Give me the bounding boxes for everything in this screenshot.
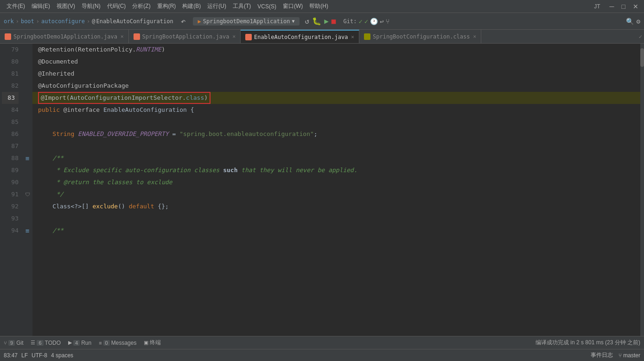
- tab-close-1[interactable]: ✕: [121, 33, 124, 39]
- status-indent[interactable]: 4 spaces: [51, 352, 73, 359]
- tab-springbootapplication[interactable]: SpringBootApplication.java ✕: [129, 30, 241, 43]
- gutter-92: [22, 200, 32, 213]
- menu-help[interactable]: 帮助(H): [306, 1, 331, 11]
- ln-94: 94: [2, 225, 19, 237]
- gutter-90: [22, 176, 32, 188]
- todo-icon: ☰: [31, 340, 35, 346]
- gutter-84: [22, 104, 32, 116]
- status-left: 83:47 LF UTF-8 4 spaces: [4, 352, 73, 359]
- breadcrumb-boot[interactable]: boot: [21, 18, 34, 25]
- git-check2-icon[interactable]: ✓: [364, 18, 368, 25]
- git-icon: ⑂: [4, 340, 7, 346]
- tab-close-3[interactable]: ✕: [351, 34, 354, 40]
- run-config[interactable]: ▶ SpringbootDemo1Application ▼: [193, 17, 299, 26]
- gutter-89: [22, 164, 32, 176]
- tool-todo[interactable]: ☰ 6 TODO: [31, 340, 61, 346]
- git-branch-icon[interactable]: ⑂: [386, 18, 389, 25]
- refresh-icon[interactable]: ↺: [305, 17, 310, 26]
- menu-run[interactable]: 运行(U): [204, 1, 229, 11]
- shield-91-icon: 🛡: [25, 192, 30, 198]
- git-undo-icon[interactable]: ↩: [380, 18, 383, 25]
- tabs: SpringbootDemo1Application.java ✕ Spring…: [0, 30, 644, 44]
- maximize-icon[interactable]: □: [620, 3, 627, 10]
- breadcrumb-autoconfigure[interactable]: autoconfigure: [41, 18, 85, 25]
- menu-code[interactable]: 代码(C): [104, 1, 129, 11]
- search-icon[interactable]: 🔍: [626, 18, 634, 25]
- back-icon[interactable]: ↶: [181, 16, 186, 26]
- minimize-icon[interactable]: ─: [608, 3, 616, 10]
- code-line-84: public @interface EnableAutoConfiguratio…: [32, 104, 644, 116]
- menu-window[interactable]: 窗口(W): [280, 1, 306, 11]
- status-position[interactable]: 83:47: [4, 352, 18, 359]
- breadcrumb-class[interactable]: EnableAutoConfiguration: [96, 18, 173, 25]
- menu-refactor[interactable]: 重构(R): [154, 1, 179, 11]
- tool-messages-label: Messages: [111, 340, 137, 346]
- code-80-text: @Documented: [38, 56, 78, 68]
- close-icon[interactable]: ✕: [631, 3, 640, 10]
- breadcrumb-ork[interactable]: ork: [4, 18, 14, 25]
- code-81-text: @Inherited: [38, 68, 74, 80]
- git-clock-icon[interactable]: 🕐: [370, 18, 378, 25]
- branch-value: master: [623, 352, 640, 359]
- run-config-name: SpringbootDemo1Application: [203, 18, 290, 25]
- coverage-icon[interactable]: ▶: [324, 17, 329, 26]
- menu-build[interactable]: 构建(B): [179, 1, 204, 11]
- tab-close-2[interactable]: ✕: [232, 33, 236, 39]
- scrollbar[interactable]: [640, 44, 644, 336]
- tool-todo-label: TODO: [45, 340, 61, 346]
- ln-91: 91: [2, 188, 19, 200]
- tab-label-3: EnableAutoConfiguration.java: [254, 34, 348, 40]
- settings-icon[interactable]: ⚙: [637, 18, 640, 25]
- toolbar-icons: ↺ 🐛 ▶ ■: [305, 17, 336, 26]
- toolbar: ork › boot › autoconfigure › @ EnableAut…: [0, 13, 644, 30]
- code-94-text: /**: [38, 225, 64, 237]
- code-line-91: */: [32, 188, 644, 200]
- status-event-log[interactable]: 事件日志: [591, 351, 613, 359]
- ln-82: 82: [2, 80, 19, 92]
- gutter-79: [22, 44, 32, 56]
- menu-view[interactable]: 视图(V): [54, 1, 78, 11]
- bug-icon[interactable]: 🐛: [312, 17, 321, 26]
- ln-89: 89: [2, 164, 19, 176]
- status-linesep[interactable]: LF: [21, 352, 28, 359]
- tool-messages-number: 0: [103, 340, 110, 346]
- gutter-88: ≡: [22, 152, 32, 164]
- code-92-text: Class<?>[] exclude() default {};: [38, 200, 169, 213]
- menu-tools[interactable]: 工具(T): [230, 1, 254, 11]
- status-branch[interactable]: ⑂ master: [618, 352, 640, 359]
- breadcrumb-at: @: [92, 18, 95, 25]
- menu-file[interactable]: 文件(E): [4, 1, 28, 11]
- code-area[interactable]: @Retention(RetentionPolicy.RUNTIME) @Doc…: [32, 44, 644, 336]
- menu-vcs[interactable]: VCS(S): [255, 2, 279, 11]
- tool-git-label: Git: [16, 340, 23, 346]
- scrollbar-thumb[interactable]: [640, 48, 644, 67]
- status-encoding[interactable]: UTF-8: [32, 352, 47, 359]
- code-line-93: [32, 213, 644, 225]
- tab-springbootconfiguration[interactable]: SpringBootConfiguration.class ✕: [359, 30, 481, 43]
- menu-edit[interactable]: 编辑(E): [29, 1, 53, 11]
- tab-enableautoconfiguration[interactable]: EnableAutoConfiguration.java ✕: [241, 30, 359, 43]
- stop-icon[interactable]: ■: [332, 17, 336, 26]
- tool-messages[interactable]: ≡ 0 Messages: [99, 340, 136, 346]
- encoding-value: UTF-8: [32, 352, 47, 359]
- tab-springbootdemo1application[interactable]: SpringbootDemo1Application.java ✕: [0, 30, 129, 43]
- menu-analyze[interactable]: 分析(Z): [129, 1, 153, 11]
- tool-run[interactable]: ▶ 4 Run: [68, 340, 91, 346]
- tool-git[interactable]: ⑂ 9 Git: [4, 340, 23, 346]
- messages-icon: ≡: [99, 340, 102, 346]
- tab-close-4[interactable]: ✕: [473, 33, 477, 39]
- gutter-93: [22, 213, 32, 225]
- gutter-94: ≡: [22, 225, 32, 237]
- tool-terminal[interactable]: ▣ 终端: [144, 339, 161, 347]
- code-line-89: * Exclude specific auto-configuration cl…: [32, 164, 644, 176]
- git-check1-icon[interactable]: ✓: [358, 18, 362, 25]
- code-line-87: [32, 140, 644, 152]
- code-83-text: @Import(AutoConfigurationImportSelector.…: [38, 91, 210, 104]
- tab-scrollbar-right[interactable]: ✓: [639, 33, 642, 40]
- bottom-toolbar: ⑂ 9 Git ☰ 6 TODO ▶ 4 Run ≡ 0 Messages ▣ …: [0, 336, 644, 349]
- bookmark-94-icon: ≡: [26, 227, 29, 234]
- run-config-dropdown[interactable]: ▼: [292, 19, 295, 24]
- code-82-text: @AutoConfigurationPackage: [38, 80, 129, 92]
- line-numbers: 79 80 81 82 83 84 85 86 87 88 89 90 91 9…: [0, 44, 22, 336]
- menu-navigate[interactable]: 导航(N): [79, 1, 103, 11]
